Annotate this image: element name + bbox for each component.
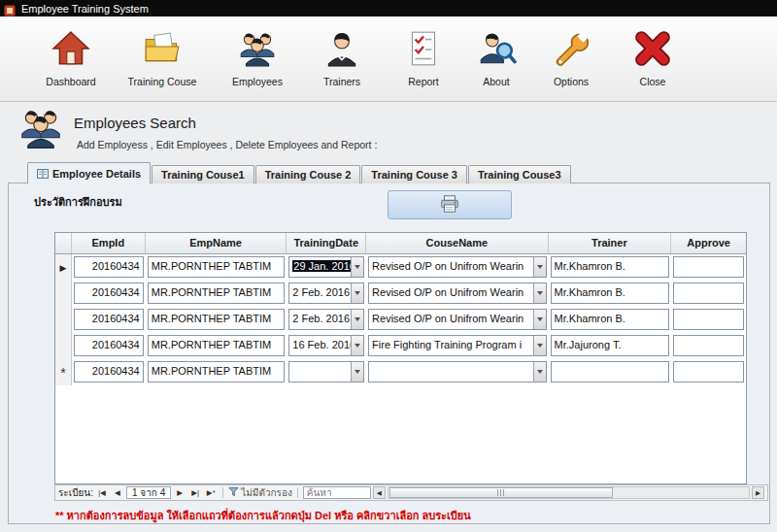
dropdown-arrow-icon[interactable] [351,362,363,382]
employee-details-tab-icon [37,168,49,180]
trainer-field[interactable]: Mr.Jajurong T. [551,335,670,356]
trainer-field[interactable]: Mr.Khamron B. [551,309,670,330]
date-text: 16 Feb. 2016 [292,339,355,350]
tab-training-couse3[interactable]: Training Couse 3 [361,165,467,183]
cousename-combobox[interactable]: Revised O/P on Unifrom Wearin [368,309,546,330]
next-record-button[interactable]: ▶ [173,486,186,499]
empid-field[interactable]: 20160434 [74,335,144,356]
cell-empname: MR.PORNTHEP TABTIM [146,254,287,281]
empid-field[interactable]: 20160434 [74,256,144,278]
trainingdate-combobox[interactable]: 16 Feb. 2016 [288,335,364,356]
cell-approve [671,359,746,385]
toolbar-button-options[interactable]: Options [526,28,616,87]
approve-field[interactable] [673,335,744,356]
toolbar-button-trainers[interactable]: Trainers [297,28,387,87]
trainingdate-combobox[interactable]: 29 Jan. 2016 [288,256,364,278]
tab-label: Training Couse 3 [371,169,457,181]
cousename-combobox[interactable]: Fire Fighting Training Program i [368,335,546,356]
column-header-empname[interactable]: EmpName [146,233,287,253]
tab-strip: Employee Details Training Couse1 Trainin… [27,163,572,183]
new-record-button[interactable]: ▶* [204,486,218,499]
trainingdate-combobox[interactable]: 2 Feb. 2016 [288,283,364,304]
print-button[interactable] [388,190,512,219]
toolbar-button-dashboard[interactable]: Dashboard [26,28,116,87]
row-selector-new[interactable]: * [55,359,72,385]
scrollbar-thumb[interactable] [389,487,613,498]
dropdown-arrow-icon[interactable] [533,283,546,303]
tab-training-couse1[interactable]: Training Couse1 [152,165,254,183]
empname-field[interactable]: MR.PORNTHEP TABTIM [148,256,286,278]
search-input[interactable] [303,486,371,499]
dropdown-arrow-icon[interactable] [351,310,363,329]
trainer-field[interactable]: Mr.Khamron B. [551,283,670,304]
toolbar-button-close[interactable]: Close [608,28,697,87]
tab-employee-details[interactable]: Employee Details [27,162,151,183]
empid-field[interactable]: 20160434 [74,309,144,330]
cell-empname: MR.PORNTHEP TABTIM [146,307,287,333]
filter-status[interactable]: ไม่มีตัวกรอง [241,485,292,500]
cousename-combobox[interactable] [368,361,546,382]
empname-field[interactable]: MR.PORNTHEP TABTIM [148,335,286,356]
cell-empid: 20160434 [72,333,146,359]
cousename-combobox[interactable]: Revised O/P on Unifrom Wearin [368,283,546,304]
printer-icon [439,193,460,217]
column-header-empid[interactable]: EmpId [72,233,146,253]
column-header-cousename[interactable]: CouseName [366,233,548,253]
horizontal-scrollbar[interactable] [388,486,750,499]
scroll-left-arrow-icon[interactable]: ◀ [373,486,386,499]
cell-trainingdate: 16 Feb. 2016 [287,333,366,359]
empname-field[interactable]: MR.PORNTHEP TABTIM [148,309,286,330]
approve-field[interactable] [673,361,744,382]
employees-icon [237,28,278,69]
dropdown-arrow-icon[interactable] [533,257,546,277]
cell-trainer: Mr.Khamron B. [549,307,672,333]
column-header-approve[interactable]: Approve [671,233,746,253]
row-selector[interactable]: ▶ [55,254,72,281]
dropdown-arrow-icon[interactable] [533,310,546,329]
cell-cousename: Revised O/P on Unifrom Wearin [366,281,548,307]
dropdown-arrow-icon[interactable] [533,336,546,355]
delete-hint-text: ** หากต้องการลบข้อมูล ให้เลือกแถวที่ต้อง… [55,507,471,524]
cell-trainer: Mr.Khamron B. [549,281,672,307]
approve-field[interactable] [673,256,744,278]
scroll-right-arrow-icon[interactable]: ▶ [752,486,764,499]
empname-field[interactable]: MR.PORNTHEP TABTIM [148,283,286,304]
cousename-text: Revised O/P on Unifrom Wearin [372,286,524,298]
toolbar-label: Dashboard [26,76,116,87]
tab-training-couse2[interactable]: Training Couse 2 [255,165,361,183]
empid-field[interactable]: 20160434 [74,283,144,304]
trainer-field[interactable] [551,361,670,382]
trainingdate-combobox[interactable] [288,361,364,382]
toolbar-label: Options [526,76,616,87]
tab-training-couse3b[interactable]: Training Couse3 [468,165,571,183]
date-text: 2 Feb. 2016 [292,313,350,324]
dropdown-arrow-icon[interactable] [533,362,546,382]
divider [222,487,223,498]
row-selector[interactable] [55,307,72,333]
empid-field[interactable]: 20160434 [74,361,144,382]
filter-funnel-icon[interactable] [228,486,239,499]
dropdown-arrow-icon[interactable] [351,336,363,355]
first-record-button[interactable]: |◀ [95,486,109,499]
dropdown-arrow-icon[interactable] [351,283,363,303]
row-selector[interactable] [55,281,72,307]
cousename-combobox[interactable]: Revised O/P on Unifrom Wearin [368,256,546,278]
approve-field[interactable] [673,283,744,304]
toolbar-button-training-couse[interactable]: Training Couse [118,28,207,87]
app-icon [4,3,16,15]
column-header-trainer[interactable]: Trainer [549,233,672,253]
column-header-trainingdate[interactable]: TrainingDate [287,233,366,253]
toolbar-button-employees[interactable]: Employees [213,28,302,87]
trainer-field[interactable]: Mr.Khamron B. [551,256,670,278]
cell-cousename [366,359,548,385]
toolbar-label: Training Couse [118,76,207,87]
approve-field[interactable] [673,309,744,330]
column-header-selector[interactable] [55,233,72,253]
previous-record-button[interactable]: ◀ [111,486,124,499]
trainingdate-combobox[interactable]: 2 Feb. 2016 [288,309,364,330]
row-selector[interactable] [55,333,72,359]
empname-field[interactable]: MR.PORNTHEP TABTIM [148,361,286,382]
tab-label: Training Couse 2 [265,169,352,181]
last-record-button[interactable]: ▶| [188,486,202,499]
dropdown-arrow-icon[interactable] [351,257,363,277]
